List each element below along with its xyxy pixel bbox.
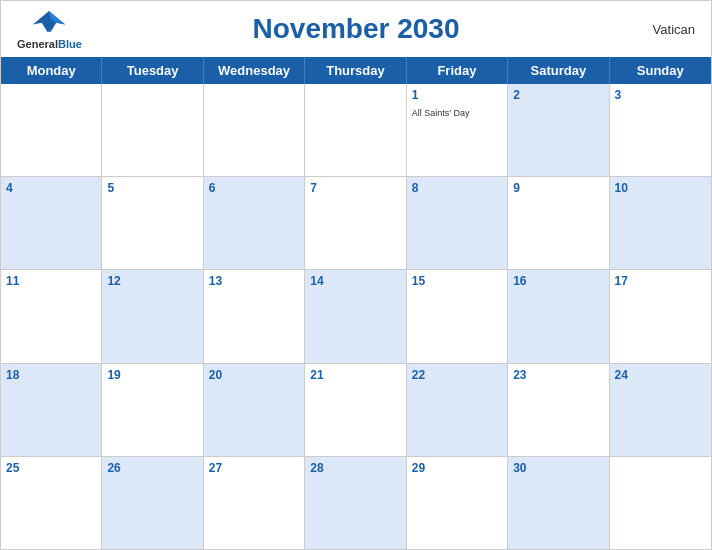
day-number: 9 bbox=[513, 181, 603, 195]
day-cell-3: 3 bbox=[610, 84, 711, 176]
day-number: 4 bbox=[6, 181, 96, 195]
header-monday: Monday bbox=[1, 57, 102, 84]
day-number: 22 bbox=[412, 368, 502, 382]
day-number: 10 bbox=[615, 181, 706, 195]
day-number: 16 bbox=[513, 274, 603, 288]
day-cell-15: 15 bbox=[407, 270, 508, 362]
header-thursday: Thursday bbox=[305, 57, 406, 84]
week-row-5: 25 26 27 28 29 30 bbox=[1, 457, 711, 549]
day-cell-6: 6 bbox=[204, 177, 305, 269]
day-number: 13 bbox=[209, 274, 299, 288]
week-row-3: 11 12 13 14 15 16 17 bbox=[1, 270, 711, 363]
day-number: 26 bbox=[107, 461, 197, 475]
day-cell-29: 29 bbox=[407, 457, 508, 549]
header-friday: Friday bbox=[407, 57, 508, 84]
weeks-container: 1 All Saints' Day 2 3 4 5 6 bbox=[1, 84, 711, 549]
country-label: Vatican bbox=[653, 22, 695, 37]
day-number: 19 bbox=[107, 368, 197, 382]
day-cell-26: 26 bbox=[102, 457, 203, 549]
day-number: 2 bbox=[513, 88, 603, 102]
calendar-grid: Monday Tuesday Wednesday Thursday Friday… bbox=[1, 57, 711, 549]
day-cell bbox=[305, 84, 406, 176]
day-cell-23: 23 bbox=[508, 364, 609, 456]
day-number: 8 bbox=[412, 181, 502, 195]
day-number: 11 bbox=[6, 274, 96, 288]
day-cell-14: 14 bbox=[305, 270, 406, 362]
day-number: 14 bbox=[310, 274, 400, 288]
day-number: 25 bbox=[6, 461, 96, 475]
week-row-1: 1 All Saints' Day 2 3 bbox=[1, 84, 711, 177]
day-cell-22: 22 bbox=[407, 364, 508, 456]
day-number: 6 bbox=[209, 181, 299, 195]
day-cell-13: 13 bbox=[204, 270, 305, 362]
week-row-2: 4 5 6 7 8 9 10 bbox=[1, 177, 711, 270]
day-cell-4: 4 bbox=[1, 177, 102, 269]
day-cell-19: 19 bbox=[102, 364, 203, 456]
calendar-container: GeneralBlue November 2030 Vatican Monday… bbox=[0, 0, 712, 550]
day-number: 28 bbox=[310, 461, 400, 475]
day-cell-7: 7 bbox=[305, 177, 406, 269]
logo-icon bbox=[31, 6, 67, 34]
logo-area: GeneralBlue bbox=[17, 6, 82, 52]
week-row-4: 18 19 20 21 22 23 24 bbox=[1, 364, 711, 457]
day-number: 17 bbox=[615, 274, 706, 288]
day-cell-12: 12 bbox=[102, 270, 203, 362]
day-cell-28: 28 bbox=[305, 457, 406, 549]
day-number: 30 bbox=[513, 461, 603, 475]
day-cell-16: 16 bbox=[508, 270, 609, 362]
day-cell-21: 21 bbox=[305, 364, 406, 456]
day-cell-24: 24 bbox=[610, 364, 711, 456]
day-cell-17: 17 bbox=[610, 270, 711, 362]
header-tuesday: Tuesday bbox=[102, 57, 203, 84]
day-number: 7 bbox=[310, 181, 400, 195]
day-cell-11: 11 bbox=[1, 270, 102, 362]
day-cell-20: 20 bbox=[204, 364, 305, 456]
day-cell-9: 9 bbox=[508, 177, 609, 269]
day-number: 15 bbox=[412, 274, 502, 288]
day-number: 3 bbox=[615, 88, 706, 102]
header-sunday: Sunday bbox=[610, 57, 711, 84]
day-cell bbox=[204, 84, 305, 176]
day-cell-10: 10 bbox=[610, 177, 711, 269]
day-number: 29 bbox=[412, 461, 502, 475]
day-number: 24 bbox=[615, 368, 706, 382]
day-cell-25: 25 bbox=[1, 457, 102, 549]
day-cell-18: 18 bbox=[1, 364, 102, 456]
day-cell bbox=[610, 457, 711, 549]
day-number: 20 bbox=[209, 368, 299, 382]
day-number: 12 bbox=[107, 274, 197, 288]
day-cell-30: 30 bbox=[508, 457, 609, 549]
day-number: 18 bbox=[6, 368, 96, 382]
day-headers-row: Monday Tuesday Wednesday Thursday Friday… bbox=[1, 57, 711, 84]
day-event: All Saints' Day bbox=[412, 108, 470, 118]
day-cell bbox=[102, 84, 203, 176]
day-number: 5 bbox=[107, 181, 197, 195]
header-saturday: Saturday bbox=[508, 57, 609, 84]
header-wednesday: Wednesday bbox=[204, 57, 305, 84]
day-number: 1 bbox=[412, 88, 502, 102]
logo-general: GeneralBlue bbox=[17, 34, 82, 52]
day-number: 21 bbox=[310, 368, 400, 382]
day-number: 23 bbox=[513, 368, 603, 382]
day-cell-8: 8 bbox=[407, 177, 508, 269]
calendar-header: GeneralBlue November 2030 Vatican bbox=[1, 1, 711, 57]
day-cell-5: 5 bbox=[102, 177, 203, 269]
day-cell-1: 1 All Saints' Day bbox=[407, 84, 508, 176]
day-cell-2: 2 bbox=[508, 84, 609, 176]
day-number: 27 bbox=[209, 461, 299, 475]
day-cell-27: 27 bbox=[204, 457, 305, 549]
calendar-title: November 2030 bbox=[252, 13, 459, 45]
day-cell bbox=[1, 84, 102, 176]
